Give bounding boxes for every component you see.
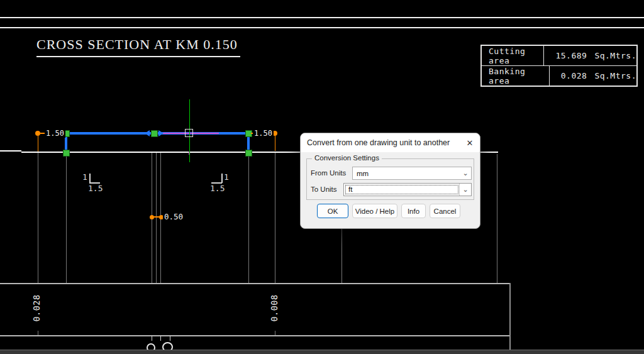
offset-label: 0.008: [269, 289, 279, 327]
grip-handle-midpoint[interactable]: [151, 130, 158, 137]
slope-symbol-line: [89, 174, 91, 183]
sheet-border-line: [0, 27, 644, 28]
section-line: [497, 154, 497, 284]
band-tick: [160, 336, 161, 341]
ground-line-segment: [0, 150, 21, 152]
from-units-select[interactable]: mm ⌄: [352, 167, 472, 180]
grip-stretch-arrow-right: [158, 130, 164, 136]
area-table: Cutting area 15.689 Sq.Mtrs. Banking are…: [480, 45, 638, 87]
to-units-value: ft: [345, 184, 459, 195]
grip-stretch-arrow-left: [145, 130, 150, 136]
cutting-area-number: 15.689: [555, 51, 587, 60]
dimension-extension-line: [275, 136, 276, 151]
group-label: Conversion Settings: [312, 154, 382, 162]
band-bottom-line: [0, 335, 510, 336]
conversion-settings-group: Conversion Settings From Units mm ⌄ To U…: [306, 158, 474, 200]
slope-rise-label: 1: [82, 173, 87, 182]
to-units-label: To Units: [311, 185, 337, 193]
drawing-title: CROSS SECTION AT KM 0.150: [36, 36, 240, 57]
cutting-area-unit: Sq.Mtrs.: [594, 51, 636, 60]
grip-handle[interactable]: [245, 150, 252, 157]
band-tick: [152, 336, 152, 341]
dialog-titlebar[interactable]: Convert from one drawing unit to another…: [301, 133, 480, 152]
banking-area-number: 0.028: [561, 71, 587, 80]
band-top-line: [0, 283, 510, 284]
video-help-button[interactable]: Video / Help: [352, 204, 397, 218]
slope-run-label: 1.5: [88, 184, 103, 193]
band-tick: [38, 331, 38, 335]
band-right-line: [509, 283, 511, 350]
section-line: [248, 153, 249, 284]
dialog-title: Convert from one drawing unit to another: [301, 138, 450, 147]
grip-handle[interactable]: [245, 130, 252, 137]
dimension-line: [152, 216, 162, 218]
dimension-point: [35, 131, 40, 136]
cutting-area-label: Cutting area: [482, 46, 544, 65]
table-row: Banking area 0.028 Sq.Mtrs.: [482, 65, 636, 86]
slope-rise-label: 1: [224, 173, 229, 182]
unit-convert-dialog: Convert from one drawing unit to another…: [300, 133, 480, 229]
sheet-border-line-top: [0, 17, 644, 18]
ok-button[interactable]: OK: [317, 204, 348, 218]
band-tick: [275, 331, 275, 335]
section-line: [38, 153, 38, 284]
table-row: Cutting area 15.689 Sq.Mtrs.: [482, 46, 636, 65]
close-icon[interactable]: ✕: [460, 133, 480, 152]
banking-area-unit: Sq.Mtrs.: [594, 71, 636, 80]
offset-label: 0.028: [31, 289, 42, 327]
cancel-button[interactable]: Cancel: [430, 204, 460, 218]
dimension-text: 1.50: [253, 129, 274, 138]
dimension-text: 1.50: [45, 129, 65, 138]
cutting-area-value: 15.689 Sq.Mtrs.: [544, 51, 636, 60]
banking-area-label: Banking area: [482, 66, 550, 86]
from-units-label: From Units: [311, 169, 346, 177]
section-line: [275, 153, 275, 284]
dimension-extension-line: [38, 136, 39, 152]
cursor-pickbox: [185, 129, 193, 137]
chevron-down-icon: ⌄: [459, 184, 471, 196]
chevron-down-icon: ⌄: [460, 167, 471, 179]
grip-handle[interactable]: [63, 150, 70, 157]
window-bottom-bar: [0, 350, 644, 354]
slope-run-label: 1.5: [210, 184, 225, 193]
slope-symbol-line: [221, 174, 223, 183]
dimension-text: 0.50: [163, 213, 184, 221]
section-line: [66, 153, 67, 284]
band-tick: [170, 336, 170, 341]
info-button[interactable]: Info: [401, 204, 426, 218]
cad-canvas: CROSS SECTION AT KM 0.150 Cutting area 1…: [0, 0, 644, 354]
banking-area-value: 0.028 Sq.Mtrs.: [550, 71, 636, 80]
to-units-select[interactable]: ft ⌄: [343, 183, 472, 196]
section-line: [156, 153, 157, 284]
from-units-value: mm: [353, 170, 460, 177]
